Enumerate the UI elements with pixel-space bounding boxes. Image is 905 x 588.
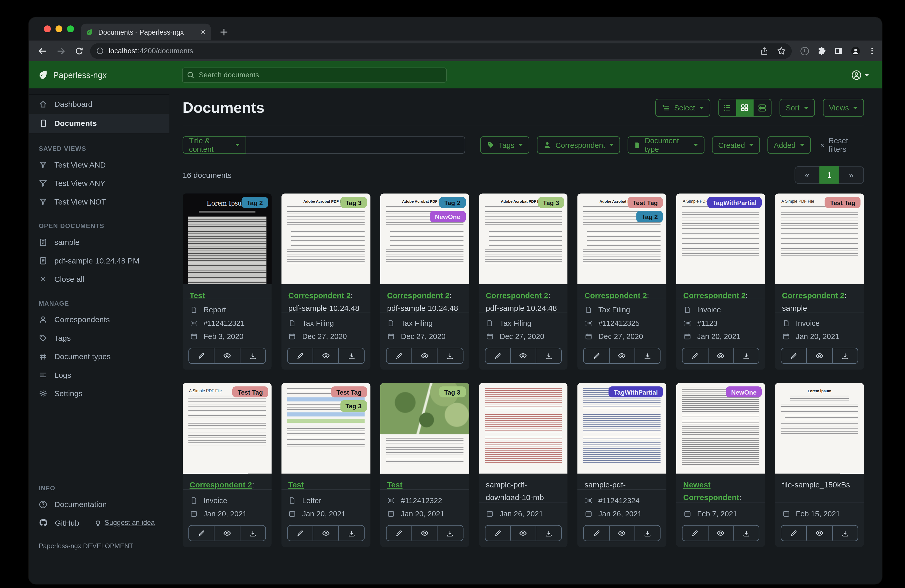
correspondent-link[interactable]: Correspondent 2 xyxy=(683,291,746,299)
side-panel-icon[interactable] xyxy=(834,46,843,55)
download-button[interactable] xyxy=(536,526,561,541)
sidebar-item-test-view-and[interactable]: Test View AND xyxy=(29,155,170,174)
preview-button[interactable] xyxy=(708,526,733,541)
filter-tags-button[interactable]: Tags xyxy=(480,136,530,154)
tag-badge[interactable]: TagWithPartial xyxy=(609,386,663,398)
tag-badge[interactable]: Test Tag xyxy=(331,386,367,398)
download-button[interactable] xyxy=(338,526,364,541)
download-button[interactable] xyxy=(338,348,364,363)
filter-field-button[interactable]: Title & content xyxy=(183,136,246,154)
correspondent-link[interactable]: Test Correspondent xyxy=(190,291,246,299)
edit-button[interactable] xyxy=(387,526,411,541)
document-thumbnail[interactable]: Tag 3 xyxy=(380,383,469,474)
share-icon[interactable] xyxy=(760,46,768,55)
sidebar-item-pdf-sample-10-24-48-pm[interactable]: pdf-sample 10.24.48 PM xyxy=(29,251,170,270)
extensions-puzzle-icon[interactable] xyxy=(817,46,826,55)
tag-badge[interactable]: Test Tag xyxy=(825,197,861,208)
preview-button[interactable] xyxy=(807,348,832,363)
sidebar-item-test-view-not[interactable]: Test View NOT xyxy=(29,192,170,211)
document-thumbnail[interactable]: NewOne xyxy=(676,383,765,474)
download-button[interactable] xyxy=(240,526,265,541)
edit-button[interactable] xyxy=(584,348,609,363)
tag-badge[interactable]: Tag 3 xyxy=(340,401,367,412)
address-bar[interactable]: localhost :4200/documents xyxy=(90,43,792,59)
document-thumbnail[interactable]: Adobe Acrobat PDF FilesTag 3 xyxy=(281,193,370,284)
preview-button[interactable] xyxy=(313,348,338,363)
preview-button[interactable] xyxy=(510,526,536,541)
sidebar-item-sample[interactable]: sample xyxy=(29,233,170,251)
filter-query-input[interactable] xyxy=(246,136,465,154)
edit-button[interactable] xyxy=(485,348,510,363)
document-thumbnail[interactable]: Adobe Acrobat PDF FilesTag 2NewOne xyxy=(380,193,469,284)
correspondent-link[interactable]: Correspondent 2 xyxy=(486,291,548,300)
filter-created-button[interactable]: Created xyxy=(712,136,760,154)
preview-button[interactable] xyxy=(214,348,240,363)
preview-button[interactable] xyxy=(214,526,240,541)
document-thumbnail[interactable]: Lorem IpsumTag 2 xyxy=(183,193,272,284)
edit-button[interactable] xyxy=(288,348,313,363)
views-button[interactable]: Views xyxy=(823,99,864,117)
download-button[interactable] xyxy=(832,526,857,541)
edit-button[interactable] xyxy=(781,526,807,541)
extension-badge-icon[interactable] xyxy=(800,46,810,56)
suggest-idea-link[interactable]: Suggest an idea xyxy=(94,519,155,527)
edit-button[interactable] xyxy=(189,526,214,541)
document-thumbnail[interactable]: Adobe Acrobat PDF FilesTag 3 xyxy=(479,193,568,284)
bookmark-star-icon[interactable] xyxy=(777,46,786,55)
document-thumbnail[interactable]: TagWithPartial xyxy=(578,383,667,474)
filter-document-type-button[interactable]: Document type xyxy=(628,136,704,154)
pagination-first-button[interactable]: « xyxy=(794,166,819,184)
tag-badge[interactable]: TagWithPartial xyxy=(707,197,762,208)
app-brand[interactable]: Paperless-ngx xyxy=(38,69,106,80)
sidebar-item-documentation[interactable]: Documentation xyxy=(29,495,170,513)
preview-button[interactable] xyxy=(411,348,437,363)
maximize-window-button[interactable] xyxy=(67,25,74,32)
document-thumbnail[interactable]: Adobe Acrobat PDF FilesTest TagTag 2 xyxy=(578,193,667,284)
github-link[interactable]: GitHub xyxy=(55,518,79,527)
back-button[interactable] xyxy=(35,43,50,59)
sidebar-item-correspondents[interactable]: Correspondents xyxy=(29,310,170,328)
browser-menu-icon[interactable] xyxy=(868,47,876,55)
correspondent-link[interactable]: Test Correspondent xyxy=(387,480,443,490)
close-window-button[interactable] xyxy=(44,25,51,32)
sidebar-item-tags[interactable]: Tags xyxy=(29,329,170,347)
tag-badge[interactable]: Tag 2 xyxy=(439,197,466,208)
download-button[interactable] xyxy=(437,348,463,363)
document-thumbnail[interactable]: Lorem ipsum xyxy=(775,383,864,474)
edit-button[interactable] xyxy=(485,526,510,541)
reload-button[interactable] xyxy=(71,43,87,59)
document-thumbnail[interactable]: A Simple PDF FileTest Tag xyxy=(775,193,864,284)
download-button[interactable] xyxy=(635,526,660,541)
tag-badge[interactable]: Test Tag xyxy=(627,197,663,208)
edit-button[interactable] xyxy=(387,348,411,363)
download-button[interactable] xyxy=(733,526,759,541)
sidebar-item-document-types[interactable]: Document types xyxy=(29,347,170,365)
pagination-last-button[interactable]: » xyxy=(839,166,864,184)
edit-button[interactable] xyxy=(683,526,708,541)
detail-view-button[interactable] xyxy=(753,99,771,116)
tag-badge[interactable]: Tag 3 xyxy=(538,197,564,208)
correspondent-link[interactable]: Test Correspondent xyxy=(288,480,344,490)
correspondent-link[interactable]: Correspondent 2 xyxy=(288,291,351,300)
sidebar-item-test-view-any[interactable]: Test View ANY xyxy=(29,174,170,192)
preview-button[interactable] xyxy=(708,348,733,363)
filter-correspondent-button[interactable]: Correspondent xyxy=(537,136,621,154)
correspondent-link[interactable]: Correspondent 2 xyxy=(782,291,845,300)
sort-button[interactable]: Sort xyxy=(780,99,815,117)
site-info-icon[interactable] xyxy=(96,47,104,55)
preview-button[interactable] xyxy=(609,526,635,541)
edit-button[interactable] xyxy=(288,526,313,541)
sidebar-item-dashboard[interactable]: Dashboard xyxy=(29,95,170,114)
edit-button[interactable] xyxy=(584,526,609,541)
grid-view-button[interactable] xyxy=(736,99,753,116)
search-input[interactable] xyxy=(182,67,447,82)
forward-button[interactable] xyxy=(53,43,68,59)
sidebar-item-close-all[interactable]: Close all xyxy=(29,270,170,288)
minimize-window-button[interactable] xyxy=(56,25,62,32)
tag-badge[interactable]: Tag 3 xyxy=(439,386,466,398)
tag-badge[interactable]: Tag 3 xyxy=(340,197,367,208)
filter-added-button[interactable]: Added xyxy=(767,136,811,154)
correspondent-link[interactable]: Correspondent 2 xyxy=(584,291,647,299)
sidebar-item-logs[interactable]: Logs xyxy=(29,366,170,384)
new-tab-button[interactable] xyxy=(219,27,229,37)
